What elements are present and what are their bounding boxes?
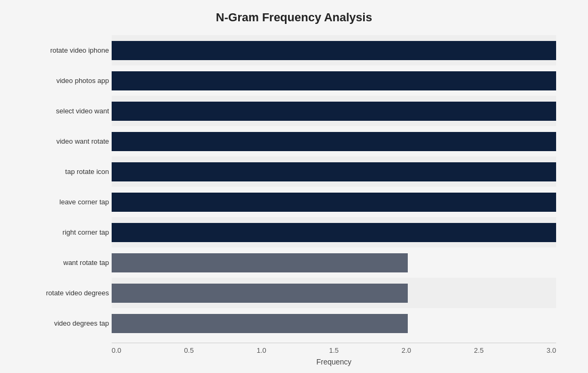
- bar-row: video photos app: [112, 65, 556, 96]
- bar-fill: [112, 41, 556, 60]
- bar-fill: [112, 132, 556, 151]
- chart-inner: rotate video iphonevideo photos appselec…: [21, 35, 567, 338]
- bar-row: right corner tap: [112, 217, 556, 247]
- bar-fill: [112, 253, 408, 272]
- chart-title: N-Gram Frequency Analysis: [21, 11, 567, 24]
- x-axis: 0.00.51.01.52.02.53.0: [112, 343, 556, 354]
- x-tick-label: 2.0: [401, 346, 411, 354]
- chart-container: N-Gram Frequency Analysis rotate video i…: [0, 0, 588, 373]
- x-tick-label: 1.0: [257, 346, 266, 354]
- x-tick-label: 3.0: [547, 346, 556, 354]
- bar-fill: [112, 284, 408, 303]
- bar-label: rotate video degrees: [21, 289, 109, 297]
- bar-fill: [112, 223, 556, 242]
- bar-row: tap rotate icon: [112, 156, 556, 187]
- bar-label: video degrees tap: [21, 319, 109, 327]
- x-axis-label: Frequency: [112, 358, 556, 366]
- x-tick-label: 0.5: [184, 346, 194, 354]
- bar-label: want rotate tap: [21, 259, 109, 267]
- bar-label: rotate video iphone: [21, 46, 109, 54]
- x-tick-label: 0.0: [112, 346, 121, 354]
- bar-fill: [112, 314, 408, 333]
- bar-row: select video want: [112, 96, 556, 126]
- bar-label: select video want: [21, 107, 109, 115]
- bar-label: video want rotate: [21, 137, 109, 145]
- bar-label: tap rotate icon: [21, 168, 109, 176]
- bar-label: video photos app: [21, 77, 109, 85]
- bar-row: rotate video degrees: [112, 278, 556, 308]
- bar-row: rotate video iphone: [112, 35, 556, 65]
- bar-row: video want rotate: [112, 126, 556, 156]
- bar-fill: [112, 102, 556, 121]
- chart-area: rotate video iphonevideo photos appselec…: [112, 35, 556, 338]
- bar-label: right corner tap: [21, 228, 109, 236]
- bar-row: want rotate tap: [112, 247, 556, 278]
- x-tick-label: 2.5: [474, 346, 484, 354]
- bar-label: leave corner tap: [21, 198, 109, 206]
- bar-fill: [112, 162, 556, 181]
- bar-fill: [112, 71, 556, 90]
- bar-row: leave corner tap: [112, 187, 556, 217]
- bar-row: video degrees tap: [112, 308, 556, 338]
- x-tick-label: 1.5: [329, 346, 339, 354]
- bar-fill: [112, 193, 556, 212]
